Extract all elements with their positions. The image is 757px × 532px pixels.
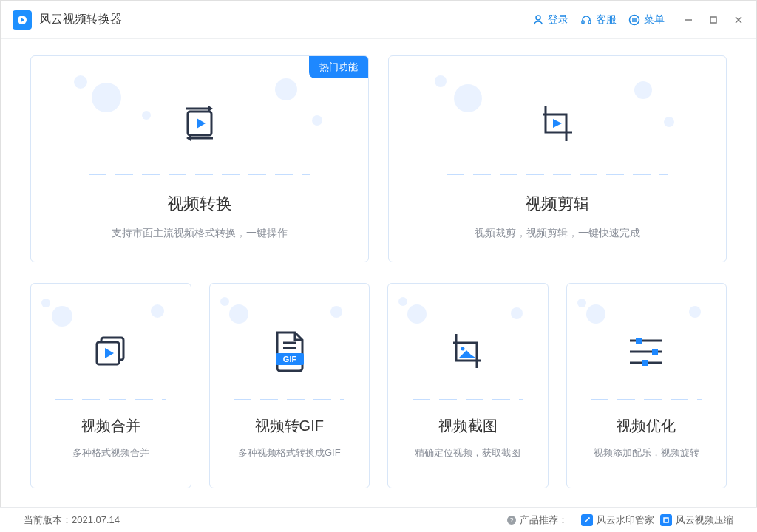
card-video-screenshot[interactable]: 视频截图 精确定位视频，获取截图 bbox=[387, 283, 549, 488]
svg-text:?: ? bbox=[509, 516, 513, 524]
recommend-label-1: 风云水印管家 bbox=[597, 514, 654, 527]
svg-point-2 bbox=[536, 16, 540, 20]
minimize-button[interactable] bbox=[682, 14, 694, 26]
support-label: 客服 bbox=[596, 13, 617, 27]
headset-icon bbox=[580, 14, 592, 26]
card-video-to-gif[interactable]: GIF 视频转GIF 多种视频格式转换成GIF bbox=[209, 283, 370, 488]
svg-point-25 bbox=[461, 347, 464, 351]
svg-marker-17 bbox=[553, 119, 562, 128]
svg-rect-35 bbox=[664, 518, 668, 522]
recommend-compress[interactable]: 风云视频压缩 bbox=[660, 514, 733, 527]
svg-marker-26 bbox=[459, 350, 475, 358]
divider bbox=[591, 399, 702, 400]
app-title: 风云视频转换器 bbox=[39, 12, 532, 27]
svg-marker-16 bbox=[186, 135, 191, 141]
divider bbox=[234, 399, 344, 400]
svg-rect-28 bbox=[636, 338, 642, 344]
card-video-convert[interactable]: 热门功能 视频转换 支持市面主流视频格式转换，一键操作 bbox=[30, 55, 369, 262]
card-title: 视频优化 bbox=[567, 416, 727, 436]
svg-marker-14 bbox=[197, 118, 206, 129]
recommend-label-2: 风云视频压缩 bbox=[676, 514, 733, 527]
svg-marker-15 bbox=[208, 106, 213, 112]
card-title: 视频转换 bbox=[31, 193, 368, 215]
card-desc: 视频添加配乐，视频旋转 bbox=[567, 446, 727, 460]
user-icon bbox=[532, 14, 544, 26]
card-title: 视频剪辑 bbox=[389, 193, 726, 215]
login-label: 登录 bbox=[548, 13, 568, 27]
card-desc: 视频裁剪，视频剪辑，一键快速完成 bbox=[389, 227, 726, 240]
card-desc: 多种格式视频合并 bbox=[31, 446, 191, 460]
version-value: 2021.07.14 bbox=[72, 514, 120, 525]
statusbar: 当前版本： 2021.07.14 ? 产品推荐： 风云水印管家 风云视频压缩 bbox=[0, 507, 757, 532]
card-video-merge[interactable]: 视频合并 多种格式视频合并 bbox=[30, 283, 191, 488]
question-icon: ? bbox=[506, 515, 517, 525]
support-button[interactable]: 客服 bbox=[580, 13, 617, 27]
titlebar: 风云视频转换器 登录 客服 菜单 bbox=[1, 1, 756, 39]
divider bbox=[447, 174, 668, 175]
product-icon bbox=[581, 514, 593, 526]
hot-badge: 热门功能 bbox=[309, 56, 368, 78]
svg-rect-3 bbox=[582, 21, 584, 24]
main-content: 热门功能 视频转换 支持市面主流视频格式转换，一键操作 bbox=[1, 39, 756, 500]
top-row: 热门功能 视频转换 支持市面主流视频格式转换，一键操作 bbox=[30, 55, 727, 262]
divider bbox=[413, 399, 523, 400]
card-desc: 多种视频格式转换成GIF bbox=[210, 446, 370, 460]
close-button[interactable] bbox=[733, 14, 744, 26]
recommend-watermark[interactable]: 风云水印管家 bbox=[581, 514, 654, 527]
window-controls bbox=[682, 14, 744, 26]
svg-text:GIF: GIF bbox=[283, 355, 297, 364]
version-label: 当前版本： bbox=[24, 514, 72, 527]
convert-icon bbox=[31, 95, 368, 152]
sliders-icon bbox=[567, 325, 727, 378]
gif-file-icon: GIF bbox=[210, 325, 370, 378]
menu-label: 菜单 bbox=[644, 13, 665, 27]
menu-icon bbox=[628, 14, 640, 26]
card-video-optimize[interactable]: 视频优化 视频添加配乐，视频旋转 bbox=[566, 283, 727, 488]
svg-rect-30 bbox=[652, 349, 658, 355]
divider bbox=[55, 399, 166, 400]
card-title: 视频合并 bbox=[31, 416, 191, 436]
svg-rect-4 bbox=[588, 21, 591, 24]
card-title: 视频转GIF bbox=[210, 416, 370, 436]
app-logo-icon bbox=[13, 10, 32, 30]
login-button[interactable]: 登录 bbox=[532, 13, 568, 27]
menu-button[interactable]: 菜单 bbox=[628, 13, 665, 27]
svg-rect-10 bbox=[710, 17, 716, 23]
svg-rect-32 bbox=[642, 360, 648, 366]
card-desc: 精确定位视频，获取截图 bbox=[388, 446, 548, 460]
recommend-label: ? 产品推荐： bbox=[506, 514, 568, 527]
card-desc: 支持市面主流视频格式转换，一键操作 bbox=[31, 227, 368, 240]
merge-icon bbox=[31, 325, 191, 378]
product-icon bbox=[660, 514, 672, 526]
divider bbox=[89, 174, 310, 175]
maximize-button[interactable] bbox=[707, 14, 719, 26]
card-title: 视频截图 bbox=[388, 416, 548, 436]
screenshot-icon bbox=[388, 325, 548, 378]
card-video-edit[interactable]: 视频剪辑 视频裁剪，视频剪辑，一键快速完成 bbox=[388, 55, 727, 262]
titlebar-actions: 登录 客服 菜单 bbox=[532, 13, 744, 27]
bottom-row: 视频合并 多种格式视频合并 GIF 视频转GIF bbox=[30, 283, 727, 488]
crop-icon bbox=[389, 95, 726, 152]
